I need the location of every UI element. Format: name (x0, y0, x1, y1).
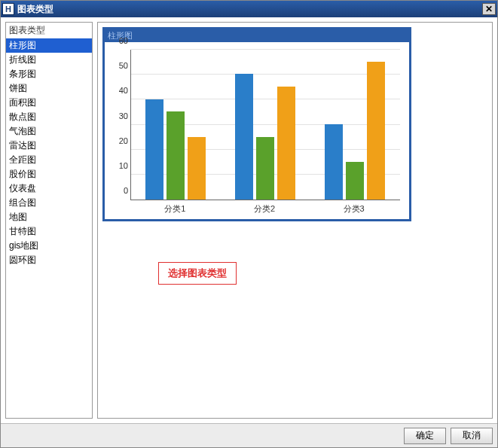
chart-bar (145, 99, 163, 200)
dialog-window: H 图表类型 ✕ 图表类型 柱形图折线图条形图饼图面积图散点图气泡图雷达图全距图… (0, 0, 498, 448)
chart-bar-group (145, 99, 206, 200)
chart-bar (367, 62, 385, 200)
chart-ytick: 50 (115, 61, 128, 70)
chart-bar (167, 111, 185, 200)
content-area: 图表类型 柱形图折线图条形图饼图面积图散点图气泡图雷达图全距图股价图仪表盘组合图… (1, 17, 497, 423)
sidebar-item[interactable]: 甘特图 (6, 224, 92, 239)
close-icon[interactable]: ✕ (482, 3, 496, 15)
sidebar-item[interactable]: 柱形图 (6, 38, 92, 53)
ok-button[interactable]: 确定 (404, 428, 446, 444)
sidebar-item[interactable]: 全距图 (6, 153, 92, 167)
chart-xlabel: 分类2 (220, 203, 310, 215)
sidebar-header: 图表类型 (6, 23, 92, 38)
chart-preview-box: 柱形图 0102030405060 分类1分类2分类3 (102, 27, 411, 221)
sidebar-item[interactable]: 饼图 (6, 81, 92, 96)
sidebar-item[interactable]: 圆环图 (6, 253, 92, 267)
preview-pane: 柱形图 0102030405060 分类1分类2分类3 选择图表类型 (97, 22, 493, 419)
sidebar-item[interactable]: 面积图 (6, 96, 92, 110)
chart-bar (325, 124, 343, 200)
sidebar-item[interactable]: 地图 (6, 210, 92, 224)
chart-area: 0102030405060 分类1分类2分类3 (105, 42, 409, 219)
chart-ytick: 60 (115, 36, 128, 45)
chart-ytick: 40 (115, 86, 128, 95)
sidebar-item[interactable]: 雷达图 (6, 139, 92, 153)
chart-xlabels: 分类1分类2分类3 (130, 203, 400, 215)
dialog-footer: 确定 取消 (1, 423, 497, 447)
annotation-callout: 选择图表类型 (158, 262, 237, 285)
chart-ytick: 10 (115, 161, 128, 170)
chart-xlabel: 分类1 (130, 203, 220, 215)
chart-bar (277, 87, 295, 200)
window-title: 图表类型 (17, 3, 482, 16)
chart-bar (188, 137, 206, 200)
app-icon: H (2, 3, 14, 15)
sidebar-item[interactable]: 条形图 (6, 67, 92, 81)
chart-ytick: 30 (115, 111, 128, 120)
sidebar-item[interactable]: 气泡图 (6, 124, 92, 139)
chart-type-list: 图表类型 柱形图折线图条形图饼图面积图散点图气泡图雷达图全距图股价图仪表盘组合图… (5, 22, 93, 419)
sidebar-item[interactable]: 股价图 (6, 167, 92, 181)
chart-bar (346, 162, 364, 200)
chart-bar-group (325, 62, 385, 200)
chart-bar-group (235, 74, 295, 200)
titlebar: H 图表类型 ✕ (1, 1, 497, 17)
chart-plot: 0102030405060 (130, 50, 400, 200)
chart-bar (235, 74, 253, 200)
chart-ytick: 20 (115, 136, 128, 145)
sidebar-item[interactable]: 仪表盘 (6, 181, 92, 196)
chart-gridline (131, 49, 400, 50)
chart-ytick: 0 (115, 186, 128, 195)
chart-bar (256, 137, 274, 200)
sidebar-item[interactable]: 折线图 (6, 53, 92, 67)
cancel-button[interactable]: 取消 (451, 428, 493, 444)
chart-xlabel: 分类3 (309, 203, 399, 215)
sidebar-item[interactable]: gis地图 (6, 239, 92, 253)
sidebar-item[interactable]: 散点图 (6, 110, 92, 124)
sidebar-item[interactable]: 组合图 (6, 196, 92, 210)
chart-preview-title: 柱形图 (105, 29, 409, 42)
